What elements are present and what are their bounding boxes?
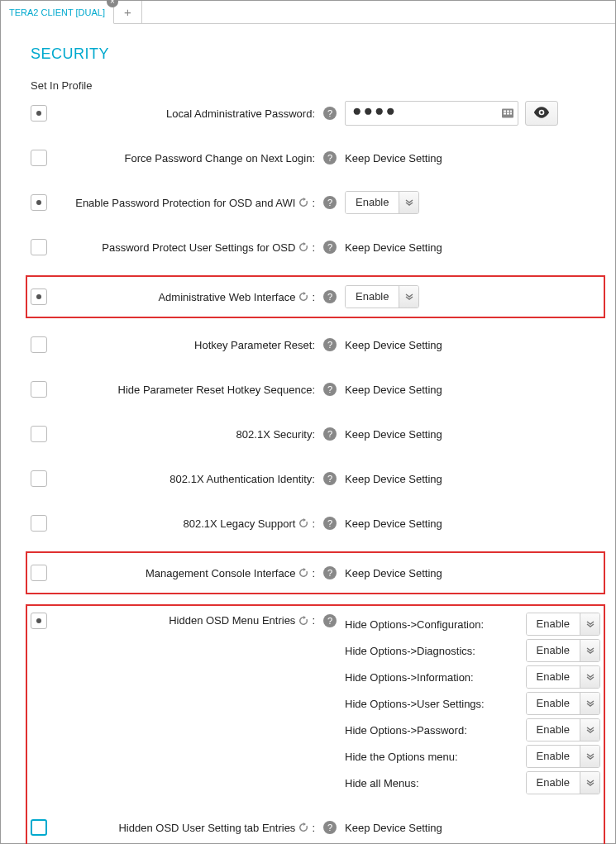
profile-checkbox[interactable] xyxy=(31,426,47,442)
eye-icon xyxy=(533,107,550,121)
row-local-admin-password: Local Administrative Password: ? ●●●● xyxy=(31,97,600,130)
row-label: Hidden OSD User Setting tab Entries : xyxy=(55,822,320,834)
row-hide-reset-hotkey-seq: Hide Parameter Reset Hotkey Sequence: ? … xyxy=(31,373,600,406)
profile-checkbox[interactable] xyxy=(31,288,47,305)
help-icon[interactable]: ? xyxy=(323,383,337,396)
profile-checkbox[interactable] xyxy=(31,381,47,398)
restart-required-icon xyxy=(298,242,308,252)
restart-required-icon xyxy=(298,616,308,626)
help-icon[interactable]: ? xyxy=(323,566,337,579)
row-label: Enable Password Protection for OSD and A… xyxy=(55,197,320,209)
profile-checkbox[interactable] xyxy=(31,515,47,532)
svg-point-0 xyxy=(540,111,542,113)
chevron-down-icon xyxy=(580,613,599,635)
row-admin-web-interface: Administrative Web Interface : ? Enable xyxy=(31,280,600,313)
enable-dropdown[interactable]: Enable xyxy=(526,771,600,794)
row-label: Hotkey Parameter Reset: xyxy=(55,339,320,351)
chevron-down-icon xyxy=(580,640,599,661)
enable-dropdown[interactable]: Enable xyxy=(345,191,419,214)
help-icon[interactable]: ? xyxy=(323,821,337,834)
row-value: Keep Device Setting xyxy=(345,473,442,485)
profile-checkbox[interactable] xyxy=(31,613,47,629)
row-label: Force Password Change on Next Login: xyxy=(55,152,320,165)
tab-tera2-client[interactable]: TERA2 CLIENT [DUAL] × xyxy=(1,1,114,24)
sub-label: Hide Options->User Settings: xyxy=(345,698,510,710)
sub-row-hide-options-menu: Hide the Options menu: Enable xyxy=(345,745,600,768)
reveal-password-button[interactable] xyxy=(525,101,558,126)
profile-checkbox[interactable] xyxy=(31,336,47,353)
row-hidden-osd-user-setting-tab: Hidden OSD User Setting tab Entries : ? … xyxy=(31,811,600,844)
enable-dropdown[interactable]: Enable xyxy=(526,665,600,689)
sub-row-hide-configuration: Hide Options->Configuration: Enable xyxy=(345,613,600,636)
chevron-down-icon xyxy=(399,192,418,213)
highlight-hidden-osd: Hidden OSD Menu Entries : ? Hide Options… xyxy=(26,604,605,844)
password-input[interactable]: ●●●● xyxy=(345,101,518,126)
help-icon[interactable]: ? xyxy=(323,517,337,530)
row-value: Keep Device Setting xyxy=(345,152,442,165)
profile-checkbox[interactable] xyxy=(31,239,47,255)
enable-dropdown[interactable]: Enable xyxy=(526,613,600,636)
sub-label: Hide Options->Password: xyxy=(345,724,510,737)
row-enable-pw-protection: Enable Password Protection for OSD and A… xyxy=(31,186,600,219)
help-icon[interactable]: ? xyxy=(323,427,337,441)
sub-label: Hide Options->Diagnostics: xyxy=(345,645,510,657)
row-value: Keep Device Setting xyxy=(345,822,442,834)
row-hidden-osd-menu-entries: Hidden OSD Menu Entries : ? Hide Options… xyxy=(31,609,600,798)
profile-checkbox[interactable] xyxy=(31,565,47,581)
section-label: Set In Profile xyxy=(31,79,615,92)
keyboard-icon[interactable] xyxy=(502,109,513,118)
sub-label: Hide the Options menu: xyxy=(345,751,510,763)
row-management-console-interface: Management Console Interface : ? Keep De… xyxy=(31,556,600,589)
add-tab-button[interactable]: + xyxy=(114,1,142,24)
row-label: 802.1X Authentication Identity: xyxy=(55,473,320,485)
row-value: Keep Device Setting xyxy=(345,384,442,396)
restart-required-icon xyxy=(298,568,308,578)
sub-row-hide-diagnostics: Hide Options->Diagnostics: Enable xyxy=(345,639,600,662)
sub-row-hide-all-menus: Hide all Menus: Enable xyxy=(345,771,600,794)
profile-checkbox[interactable] xyxy=(31,819,47,836)
row-value: Keep Device Setting xyxy=(345,339,442,351)
sub-row-hide-information: Hide Options->Information: Enable xyxy=(345,665,600,689)
tab-label: TERA2 CLIENT [DUAL] xyxy=(9,7,105,17)
row-label: Hidden OSD Menu Entries : xyxy=(55,614,320,627)
chevron-down-icon xyxy=(580,746,599,767)
enable-dropdown[interactable]: Enable xyxy=(526,692,600,715)
chevron-down-icon xyxy=(399,286,418,308)
chevron-down-icon xyxy=(580,772,599,794)
row-label: Hide Parameter Reset Hotkey Sequence: xyxy=(55,384,320,396)
restart-required-icon xyxy=(298,198,308,207)
profile-checkbox[interactable] xyxy=(31,105,47,122)
row-label: Management Console Interface : xyxy=(55,567,320,579)
enable-dropdown[interactable]: Enable xyxy=(526,639,600,662)
sub-label: Hide Options->Information: xyxy=(345,671,510,684)
row-force-password-change: Force Password Change on Next Login: ? K… xyxy=(31,141,600,174)
restart-required-icon xyxy=(298,518,308,528)
row-8021x-auth-identity: 802.1X Authentication Identity: ? Keep D… xyxy=(31,462,600,495)
help-icon[interactable]: ? xyxy=(323,241,337,254)
enable-dropdown[interactable]: Enable xyxy=(345,285,419,308)
row-label: Administrative Web Interface : xyxy=(55,291,320,303)
restart-required-icon xyxy=(298,292,308,302)
dropdown-value: Enable xyxy=(346,192,399,213)
sub-row-hide-password: Hide Options->Password: Enable xyxy=(345,718,600,741)
profile-checkbox[interactable] xyxy=(31,194,47,211)
profile-checkbox[interactable] xyxy=(31,470,47,487)
profile-checkbox[interactable] xyxy=(31,150,47,166)
help-icon[interactable]: ? xyxy=(323,472,337,485)
row-8021x-security: 802.1X Security: ? Keep Device Setting xyxy=(31,417,600,451)
row-hotkey-parameter-reset: Hotkey Parameter Reset: ? Keep Device Se… xyxy=(31,328,600,361)
enable-dropdown[interactable]: Enable xyxy=(526,745,600,768)
help-icon[interactable]: ? xyxy=(323,107,337,120)
help-icon[interactable]: ? xyxy=(323,338,337,351)
help-icon[interactable]: ? xyxy=(323,290,337,303)
row-label: Local Administrative Password: xyxy=(55,107,320,120)
help-icon[interactable]: ? xyxy=(323,614,337,627)
row-value: Keep Device Setting xyxy=(345,428,442,441)
row-label: 802.1X Security: xyxy=(55,428,320,441)
sub-row-hide-user-settings: Hide Options->User Settings: Enable xyxy=(345,692,600,715)
enable-dropdown[interactable]: Enable xyxy=(526,718,600,741)
row-value: Keep Device Setting xyxy=(345,241,442,254)
help-icon[interactable]: ? xyxy=(323,151,337,165)
help-icon[interactable]: ? xyxy=(323,196,337,209)
chevron-down-icon xyxy=(580,693,599,714)
